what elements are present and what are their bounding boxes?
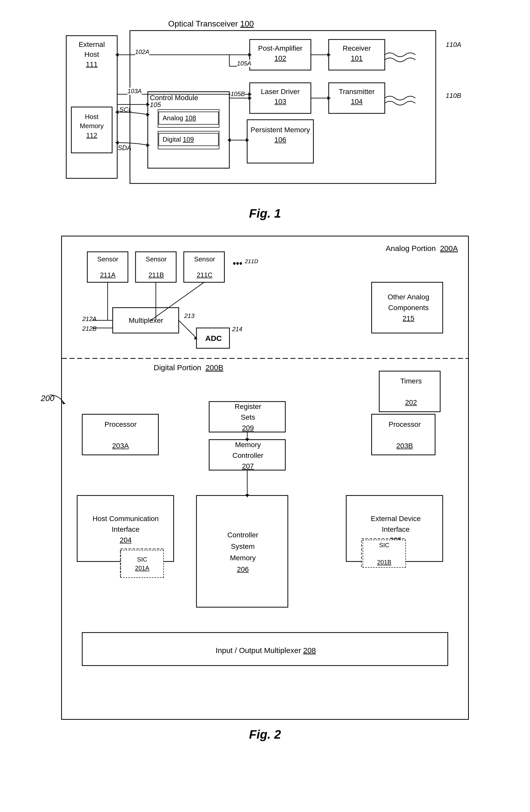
svg-marker-28 [146, 113, 150, 116]
scl-label: SCL [119, 106, 132, 114]
dots-211d: ••• 211D [233, 258, 258, 269]
fig2-title: Fig. 2 [249, 727, 281, 741]
sic-201a: SIC201A [120, 550, 164, 578]
sic-201b: SIC201B [362, 540, 406, 568]
analog-portion-label: Analog Portion 200A [386, 244, 458, 253]
digital-portion-label: Digital Portion 200B [154, 363, 224, 372]
adc-label: ADC [197, 328, 230, 349]
svg-marker-27 [115, 110, 118, 114]
controller-sys-mem: ControllerSystemMemory206 [197, 496, 289, 608]
external-host-label: ExternalHost111 [69, 40, 115, 70]
wire-213: 213 [184, 313, 195, 319]
register-sets: RegisterSets 209 [210, 402, 286, 433]
svg-marker-26 [227, 139, 231, 142]
svg-line-57 [178, 320, 197, 338]
wire-214: 214 [232, 325, 242, 333]
fig1-diagram: Optical Transceiver 100 ExternalHost111 … [61, 15, 469, 199]
io-mux: Input / Output Multiplexer 208 [82, 634, 449, 667]
svg-marker-30 [146, 143, 150, 147]
control-module-number: 105 [150, 101, 161, 109]
digital-label: Digital 109 [158, 133, 219, 146]
sensor-211b: Sensor211B [136, 252, 176, 282]
page-container: Optical Transceiver 100 ExternalHost111 … [20, 15, 510, 741]
fig2-diagram: Analog Portion 200A Digital Portion 200B… [61, 236, 469, 720]
transmitter-label: Transmitter104 [330, 87, 384, 106]
persistent-memory-label: Persistent Memory106 [248, 125, 312, 145]
memory-controller: MemoryController 207 [210, 440, 286, 471]
host-memory-label: HostMemory112 [74, 112, 110, 140]
wire-105a: 105A [237, 60, 251, 67]
fig2-200-label: 200 [41, 394, 54, 403]
fig1-title: Fig. 1 [249, 206, 281, 220]
wire-103a: 103A [127, 88, 142, 95]
timers-label: Timers202 [381, 372, 442, 412]
multiplexer-label: Multiplexer [113, 308, 179, 333]
fig1-container: Optical Transceiver 100 ExternalHost111 … [20, 15, 510, 220]
processor-203a: Processor203A [82, 415, 159, 455]
wire-212a: 212A [82, 316, 97, 322]
processor-203b: Processor203B [373, 415, 436, 455]
optical-transceiver-title: Optical Transceiver 100 [168, 19, 254, 29]
post-amplifier-label: Post-Amplifier102 [250, 43, 310, 63]
other-analog-label: Other AnalogComponents215 [373, 282, 444, 333]
receiver-label: Receiver101 [330, 43, 384, 63]
wire-102a: 102A [135, 48, 149, 56]
fig2-container: 200 [20, 236, 510, 741]
svg-marker-13 [115, 53, 118, 57]
sda-label: SDA [118, 144, 131, 152]
sensor-211c: Sensor211C [184, 252, 225, 282]
wire-212b: 212B [82, 325, 97, 332]
analog-label: Analog 108 [158, 112, 219, 125]
label-110a: 110A [446, 41, 461, 49]
fig2-wrapper: 200 [61, 236, 469, 720]
sensor-211a: Sensor211A [87, 252, 128, 282]
label-110b: 110B [446, 92, 461, 100]
svg-marker-32 [146, 103, 150, 106]
laser-driver-label: Laser Driver103 [250, 87, 310, 106]
wire-105b: 105B [231, 90, 245, 98]
